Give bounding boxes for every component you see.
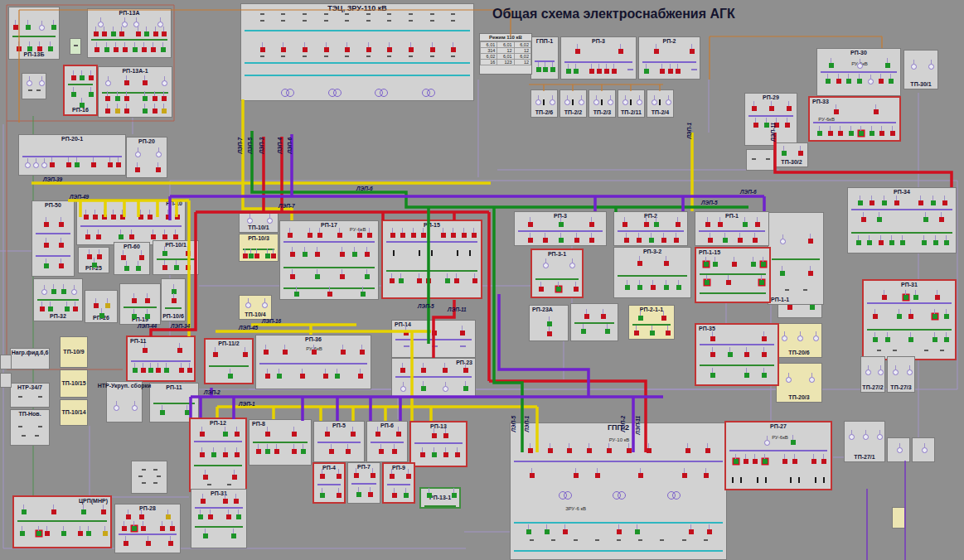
breaker-indicator[interactable] bbox=[59, 243, 64, 248]
panel-РП-1[interactable]: РП-1 bbox=[695, 211, 769, 246]
breaker-indicator[interactable] bbox=[156, 152, 162, 157]
breaker-indicator[interactable] bbox=[740, 477, 742, 483]
breaker-indicator[interactable] bbox=[345, 13, 349, 15]
breaker-indicator[interactable] bbox=[627, 69, 633, 70]
breaker-indicator[interactable] bbox=[157, 476, 161, 477]
breaker-indicator[interactable] bbox=[84, 215, 89, 220]
breaker-indicator[interactable] bbox=[345, 56, 349, 57]
breaker-indicator[interactable] bbox=[61, 289, 66, 294]
panel-РП-23А[interactable]: РП-23А bbox=[529, 305, 569, 341]
breaker-indicator[interactable] bbox=[243, 352, 248, 357]
breaker-indicator[interactable] bbox=[133, 368, 138, 373]
breaker-indicator[interactable] bbox=[455, 452, 460, 457]
breaker-indicator[interactable] bbox=[762, 352, 767, 357]
breaker-indicator[interactable] bbox=[141, 368, 146, 373]
breaker-indicator[interactable] bbox=[368, 492, 373, 497]
breaker-indicator[interactable] bbox=[340, 274, 345, 279]
breaker-indicator[interactable] bbox=[179, 368, 184, 373]
breaker-indicator[interactable] bbox=[139, 514, 144, 519]
breaker-indicator[interactable] bbox=[762, 336, 767, 341]
breaker-indicator[interactable] bbox=[114, 405, 119, 411]
breaker-indicator[interactable] bbox=[256, 449, 261, 454]
breaker-indicator[interactable] bbox=[265, 432, 270, 437]
breaker-indicator[interactable] bbox=[94, 47, 99, 52]
breaker-indicator[interactable] bbox=[254, 253, 259, 258]
breaker-indicator[interactable] bbox=[608, 99, 613, 105]
breaker-indicator[interactable] bbox=[312, 350, 317, 355]
breaker-indicator[interactable] bbox=[404, 331, 409, 336]
breaker-indicator[interactable] bbox=[808, 271, 813, 276]
breaker-indicator[interactable] bbox=[753, 238, 758, 243]
breaker-indicator[interactable] bbox=[290, 274, 295, 279]
breaker-indicator[interactable] bbox=[637, 285, 642, 290]
breaker-indicator[interactable] bbox=[885, 63, 890, 68]
breaker-indicator[interactable] bbox=[28, 89, 32, 91]
panel-ТП-Нов.[interactable]: ТП-Нов. bbox=[10, 409, 50, 446]
breaker-indicator[interactable] bbox=[803, 289, 807, 291]
breaker-indicator[interactable] bbox=[889, 79, 894, 84]
breaker-indicator[interactable] bbox=[51, 509, 56, 514]
breaker-indicator[interactable] bbox=[162, 80, 167, 86]
breaker-indicator[interactable] bbox=[882, 295, 887, 300]
panel-РП-23[interactable]: РП-23 bbox=[391, 358, 476, 398]
breaker-indicator[interactable] bbox=[315, 274, 320, 279]
breaker-indicator[interactable] bbox=[922, 447, 928, 453]
breaker-indicator[interactable] bbox=[143, 348, 148, 353]
breaker-indicator[interactable] bbox=[567, 448, 572, 453]
breaker-indicator[interactable] bbox=[292, 449, 297, 454]
breaker-indicator[interactable] bbox=[91, 162, 96, 167]
panel-РП-11/2[interactable]: РП-11/2 bbox=[204, 338, 254, 384]
breaker-indicator[interactable] bbox=[366, 56, 371, 57]
panel-РП-50[interactable]: РП-50 bbox=[31, 200, 75, 277]
breaker-indicator[interactable] bbox=[17, 46, 22, 51]
breaker-indicator[interactable] bbox=[726, 280, 731, 285]
breaker-indicator[interactable] bbox=[595, 473, 600, 478]
breaker-indicator[interactable] bbox=[761, 262, 766, 267]
breaker-indicator[interactable] bbox=[213, 352, 218, 357]
breaker-indicator[interactable] bbox=[826, 79, 831, 84]
breaker-indicator[interactable] bbox=[574, 473, 579, 478]
breaker-indicator[interactable] bbox=[78, 531, 83, 536]
breaker-indicator[interactable] bbox=[390, 233, 395, 238]
breaker-indicator[interactable] bbox=[877, 217, 882, 222]
breaker-indicator[interactable] bbox=[320, 493, 325, 498]
breaker-indicator[interactable] bbox=[659, 99, 661, 105]
breaker-indicator[interactable] bbox=[126, 514, 131, 519]
breaker-indicator[interactable] bbox=[324, 56, 328, 57]
breaker-indicator[interactable] bbox=[589, 222, 594, 227]
breaker-indicator[interactable] bbox=[51, 289, 56, 294]
breaker-indicator[interactable] bbox=[933, 314, 937, 319]
breaker-indicator[interactable] bbox=[260, 56, 264, 57]
breaker-indicator[interactable] bbox=[303, 56, 307, 57]
breaker-indicator[interactable] bbox=[550, 99, 555, 105]
breaker-indicator[interactable] bbox=[101, 509, 106, 514]
breaker-indicator[interactable] bbox=[732, 262, 737, 267]
breaker-indicator[interactable] bbox=[94, 303, 99, 308]
breaker-indicator[interactable] bbox=[865, 369, 871, 375]
breaker-indicator[interactable] bbox=[133, 47, 138, 52]
breaker-indicator[interactable] bbox=[162, 234, 167, 239]
breaker-indicator[interactable] bbox=[601, 314, 606, 319]
breaker-indicator[interactable] bbox=[48, 46, 53, 51]
breaker-indicator[interactable] bbox=[765, 477, 767, 483]
breaker-indicator[interactable] bbox=[530, 473, 535, 478]
breaker-indicator[interactable] bbox=[821, 459, 826, 464]
breaker-indicator[interactable] bbox=[39, 25, 45, 31]
panel-РП-13А-1[interactable]: РП-13А-1 bbox=[98, 66, 172, 118]
breaker-indicator[interactable] bbox=[622, 99, 628, 105]
breaker-indicator[interactable] bbox=[13, 25, 18, 30]
panel-РП-14[interactable]: РП-14 bbox=[391, 320, 476, 358]
breaker-indicator[interactable] bbox=[605, 329, 610, 334]
breaker-indicator[interactable] bbox=[547, 331, 552, 336]
breaker-indicator[interactable] bbox=[232, 475, 237, 480]
breaker-indicator[interactable] bbox=[710, 352, 715, 357]
panel-РП-28[interactable]: РП-28 bbox=[114, 504, 181, 553]
breaker-indicator[interactable] bbox=[676, 222, 681, 227]
breaker-indicator[interactable] bbox=[96, 234, 101, 239]
breaker-indicator[interactable] bbox=[366, 20, 371, 22]
panel-РП-4[interactable]: РП-4 bbox=[312, 462, 346, 504]
breaker-indicator[interactable] bbox=[893, 350, 897, 351]
breaker-indicator[interactable] bbox=[661, 238, 666, 243]
breaker-indicator[interactable] bbox=[759, 280, 764, 285]
breaker-indicator[interactable] bbox=[145, 314, 150, 319]
